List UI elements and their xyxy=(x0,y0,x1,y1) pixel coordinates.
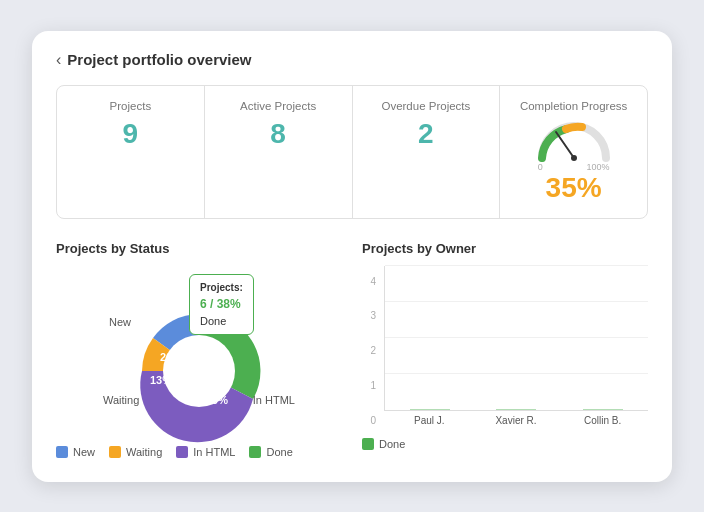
donut-title: Projects by Status xyxy=(56,241,342,256)
stat-active: Active Projects 8 xyxy=(205,86,353,218)
bar-group-collin xyxy=(568,409,638,410)
stat-active-label: Active Projects xyxy=(213,100,344,112)
tooltip-label: Done xyxy=(200,313,243,330)
bar-collin-done xyxy=(583,409,623,410)
bar-paul-segment2 xyxy=(410,409,450,410)
x-label-xavier: Xavier R. xyxy=(481,415,552,426)
legend-new-label: New xyxy=(73,446,95,458)
y-label-3: 3 xyxy=(362,310,376,321)
stat-projects: Projects 9 xyxy=(57,86,205,218)
x-labels: Paul J. Xavier R. Collin B. xyxy=(384,411,648,426)
tooltip-value: 6 / 38% xyxy=(200,295,243,313)
legend-waiting-dot xyxy=(109,446,121,458)
bar-plot xyxy=(384,266,648,411)
x-label-paul: Paul J. xyxy=(394,415,465,426)
svg-text:29%: 29% xyxy=(206,394,228,406)
donut-section: Projects by Status Projects: 6 / 38% Don… xyxy=(56,241,342,458)
chart-area: Paul J. Xavier R. Collin B. xyxy=(384,266,648,426)
legend-waiting: Waiting xyxy=(109,446,162,458)
svg-text:13%: 13% xyxy=(150,374,172,386)
label-inhtml: In HTML xyxy=(253,394,295,406)
y-label-4: 4 xyxy=(362,276,376,287)
gridline-1 xyxy=(385,373,648,374)
legend-waiting-label: Waiting xyxy=(126,446,162,458)
legend-done: Done xyxy=(249,446,292,458)
bar-collin-segment2 xyxy=(583,409,623,410)
y-label-2: 2 xyxy=(362,345,376,356)
stat-overdue-label: Overdue Projects xyxy=(361,100,492,112)
svg-point-1 xyxy=(571,155,577,161)
legend-new: New xyxy=(56,446,95,458)
bar-paul-done xyxy=(410,409,450,410)
bar-legend-done-label: Done xyxy=(379,438,405,450)
main-card: ‹ Project portfolio overview Projects 9 … xyxy=(32,31,672,482)
stat-active-value: 8 xyxy=(213,118,344,150)
svg-text:20%: 20% xyxy=(160,351,182,363)
stat-completion: Completion Progress 0 100% 35% xyxy=(500,86,647,218)
gauge-container: 0 100% 35% xyxy=(508,118,639,204)
gridline-4 xyxy=(385,265,648,266)
stats-row: Projects 9 Active Projects 8 Overdue Pro… xyxy=(56,85,648,219)
legend-done-dot xyxy=(249,446,261,458)
legend-done-label: Done xyxy=(266,446,292,458)
y-label-1: 1 xyxy=(362,380,376,391)
tooltip-header: Projects: xyxy=(200,280,243,295)
legend-inhtml-dot xyxy=(176,446,188,458)
gauge-svg xyxy=(534,118,614,162)
gauge-minmax: 0 100% xyxy=(538,162,610,172)
bar-section: Projects by Owner 0 1 2 3 4 xyxy=(362,241,648,458)
stat-overdue: Overdue Projects 2 xyxy=(353,86,501,218)
donut-tooltip: Projects: 6 / 38% Done xyxy=(189,274,254,336)
bar-group-xavier xyxy=(481,409,551,410)
bar-legend-done-dot xyxy=(362,438,374,450)
gauge-max: 100% xyxy=(587,162,610,172)
x-label-collin: Collin B. xyxy=(567,415,638,426)
svg-line-0 xyxy=(556,132,574,158)
donut-legend: New Waiting In HTML Done xyxy=(56,446,342,458)
stat-completion-label: Completion Progress xyxy=(508,100,639,112)
bar-chart-container: 0 1 2 3 4 xyxy=(362,266,648,426)
gridline-2 xyxy=(385,337,648,338)
stat-overdue-value: 2 xyxy=(361,118,492,150)
bar-xavier-done xyxy=(496,409,536,410)
stat-projects-label: Projects xyxy=(65,100,196,112)
bar-title: Projects by Owner xyxy=(362,241,648,256)
bar-legend-done: Done xyxy=(362,438,405,450)
label-waiting: Waiting xyxy=(103,394,139,406)
stat-projects-value: 9 xyxy=(65,118,196,150)
back-icon: ‹ xyxy=(56,51,61,69)
gridline-3 xyxy=(385,301,648,302)
bar-groups xyxy=(385,266,648,410)
legend-new-dot xyxy=(56,446,68,458)
label-new: New xyxy=(109,316,131,328)
legend-inhtml-label: In HTML xyxy=(193,446,235,458)
stat-completion-value: 35% xyxy=(546,172,602,204)
bar-group-paul xyxy=(395,409,465,410)
gauge-min: 0 xyxy=(538,162,543,172)
bar-xavier-segment2 xyxy=(496,409,536,410)
page-title: Project portfolio overview xyxy=(67,51,251,68)
donut-wrapper: Projects: 6 / 38% Done xyxy=(99,266,299,436)
y-label-0: 0 xyxy=(362,415,376,426)
back-nav[interactable]: ‹ Project portfolio overview xyxy=(56,51,648,69)
legend-inhtml: In HTML xyxy=(176,446,235,458)
charts-row: Projects by Status Projects: 6 / 38% Don… xyxy=(56,241,648,458)
y-axis: 0 1 2 3 4 xyxy=(362,276,376,426)
bar-legend: Done xyxy=(362,438,648,450)
